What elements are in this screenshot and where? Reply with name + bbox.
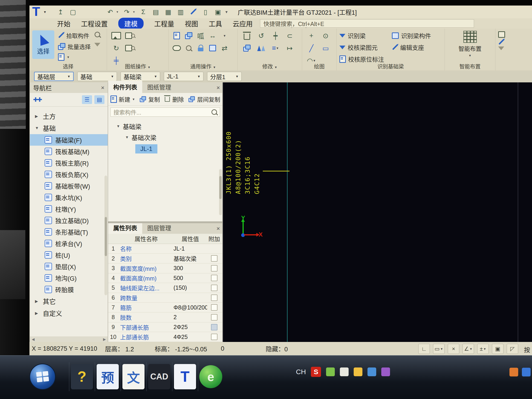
partial-button-1-icon[interactable] — [498, 31, 505, 38]
new-file-icon[interactable]: ▢ — [69, 8, 77, 16]
nav-item-brick-membrane[interactable]: 砖胎膜 — [30, 284, 108, 295]
selection-mode-icon[interactable]: ▭▼ — [433, 344, 444, 354]
view-monitor-icon[interactable]: ▣ — [492, 344, 503, 354]
tab-start[interactable]: 开始 — [57, 19, 70, 28]
extra-checkbox[interactable] — [211, 334, 217, 340]
delete-component-button[interactable]: 删除 — [164, 95, 184, 103]
pick-target-icon[interactable] — [186, 45, 191, 51]
copy-to-other-floor-icon[interactable] — [185, 32, 192, 39]
component-panel-close-icon[interactable]: × — [216, 84, 220, 91]
filter-icon[interactable] — [94, 43, 100, 46]
card-view-toggle-icon[interactable]: ▤ — [94, 95, 104, 104]
navigation-close-icon[interactable]: × — [101, 84, 104, 91]
merge-icon[interactable]: ⊂ — [287, 32, 292, 40]
tray-icon-blue[interactable] — [367, 367, 376, 376]
line-icon[interactable]: ╱ — [309, 44, 313, 52]
edit-note-icon[interactable] — [173, 32, 180, 39]
locate-drawing-icon[interactable] — [125, 32, 136, 39]
nav-section-other[interactable]: ▶ 其它 — [30, 295, 108, 307]
extra-checkbox[interactable] — [211, 324, 217, 330]
point-icon[interactable]: + — [309, 32, 313, 40]
navigation-horizontal-scrollbar[interactable]: ◀ ▶ — [30, 336, 108, 342]
tray-s-icon[interactable]: S — [311, 367, 321, 377]
open-folder-icon[interactable] — [81, 8, 90, 16]
break-icon[interactable]: ┿ — [273, 32, 278, 40]
nav-item-raft-negative-rebar[interactable]: 筏板负筋(X) — [30, 169, 108, 180]
undo-icon[interactable]: ↶ — [106, 8, 114, 16]
copy-icon[interactable] — [243, 45, 251, 51]
taskbar-app-help[interactable]: ? — [69, 362, 95, 391]
nav-item-raft-main-rebar[interactable]: 筏板主筋(R) — [30, 157, 108, 169]
language-indicator[interactable]: CH — [296, 368, 306, 376]
scroll-right-icon[interactable]: ▶ — [103, 337, 106, 342]
tray-icon-white[interactable] — [340, 367, 348, 376]
insert-doc-icon[interactable]: ▣ — [214, 8, 222, 16]
save-icon[interactable] — [93, 8, 102, 16]
extra-checkbox[interactable] — [211, 285, 217, 291]
extra-checkbox[interactable] — [211, 265, 217, 272]
recognize-beam-button[interactable]: 识别梁 — [339, 31, 384, 40]
glodon-logo-icon[interactable]: T — [32, 5, 40, 18]
nav-item-foundation-slab-band[interactable]: 基础板带(W) — [30, 180, 108, 192]
tray-icon-purple[interactable] — [381, 367, 390, 376]
partial-button-3-icon[interactable] — [498, 46, 504, 50]
tab-modeling[interactable]: 建模 — [118, 18, 144, 29]
partial-button-2-icon[interactable] — [498, 41, 504, 43]
component-vertical-scrollbar[interactable] — [219, 169, 222, 215]
nav-item-independent-foundation[interactable]: 独立基础(D) — [30, 215, 108, 226]
rectangle-icon[interactable]: ▭ — [322, 44, 329, 52]
circle-icon[interactable]: ⊙ — [323, 32, 328, 40]
batch-select-button[interactable]: 批量选择 — [58, 42, 91, 51]
tray-icon-yellow[interactable] — [354, 367, 362, 376]
nav-item-ground-trench[interactable]: 地沟(G) — [30, 272, 108, 284]
shortcut-search-box[interactable]: 快捷键搜索，Ctrl+Alt+E — [260, 19, 474, 28]
nav-item-foundation-beam[interactable]: 基础梁(F) — [30, 134, 108, 146]
tree-node-foundation-beam[interactable]: ▼ 基础梁 — [108, 121, 222, 132]
recognize-beam-component-button[interactable]: 识别梁构件 — [392, 31, 431, 40]
cloud-annotate-icon[interactable] — [189, 8, 197, 16]
type-select[interactable]: 基础梁▼ — [120, 72, 160, 81]
viewport-icon[interactable]: ▯ — [201, 8, 210, 16]
start-button[interactable] — [29, 364, 56, 390]
span-dropdown-icon[interactable]: ▼ — [223, 34, 226, 38]
nav-item-column-pier[interactable]: 柱墩(Y) — [30, 203, 108, 215]
tab-cloud-apps[interactable]: 云应用 — [233, 19, 253, 28]
align-span-icon[interactable]: ↔ — [209, 32, 216, 40]
taskbar-app-doc[interactable]: 文 — [120, 362, 146, 391]
list-view-toggle-icon[interactable]: ☰ — [82, 95, 92, 104]
logo-dropdown-icon[interactable]: ▼ — [43, 10, 46, 14]
nav-item-sump-pit[interactable]: 集水坑(K) — [30, 192, 108, 203]
extra-checkbox[interactable] — [211, 255, 217, 262]
nav-item-cushion[interactable]: 垫层(X) — [30, 261, 108, 272]
tab-tools[interactable]: 工具 — [209, 19, 222, 28]
taskbar-app-browser[interactable]: e — [198, 362, 223, 391]
rotate-icon[interactable]: ↺ — [258, 32, 264, 40]
summary-calculate-icon[interactable]: Σ — [139, 8, 148, 16]
mirror-icon[interactable] — [257, 45, 265, 51]
property-panel-close-icon[interactable]: × — [216, 225, 220, 232]
batch-view-icon[interactable]: ▥ — [176, 8, 185, 16]
nav-section-foundation[interactable]: ▼ 基础 — [30, 122, 108, 134]
redo-dropdown-icon[interactable]: ▼ — [133, 10, 135, 13]
nav-item-pile-cap[interactable]: 桩承台(V) — [30, 238, 108, 249]
cad-canvas[interactable]: JKL3(1) 250x600 A8@100/200(2) 3C16;3C16 … — [223, 82, 532, 342]
check-beam-elements-button[interactable]: 校核梁图元 — [339, 43, 384, 51]
ocr-check-icon[interactable]: 呱 — [197, 31, 204, 41]
nav-section-custom[interactable]: ▶ 自定义 — [30, 307, 108, 319]
view-calculation-icon[interactable]: ▤ — [152, 8, 160, 16]
tree-node-foundation-secondary-beam[interactable]: ▼ 基础次梁 — [108, 132, 222, 143]
redo-icon[interactable]: ↷ — [122, 8, 131, 16]
increment-icon[interactable]: ±▼ — [477, 344, 489, 354]
floor-select[interactable]: 基础层▼ — [34, 72, 74, 81]
tree-leaf-jl1[interactable]: JL-1 — [135, 144, 157, 153]
element-filter-icon[interactable] — [209, 45, 216, 51]
add-drawing-icon[interactable] — [111, 32, 121, 39]
tab-view[interactable]: 视图 — [185, 19, 198, 28]
nav-item-strip-foundation[interactable]: 条形基础(T) — [30, 226, 108, 238]
ortho-toggle-icon[interactable]: ∟ — [418, 344, 430, 354]
tray-icon-orange[interactable] — [509, 368, 518, 376]
undo-dropdown-icon[interactable]: ▼ — [116, 10, 119, 13]
find-element-icon[interactable] — [94, 32, 100, 37]
element-select[interactable]: JL-1▼ — [164, 72, 203, 81]
taskbar-app-glodon[interactable]: T — [172, 362, 198, 391]
